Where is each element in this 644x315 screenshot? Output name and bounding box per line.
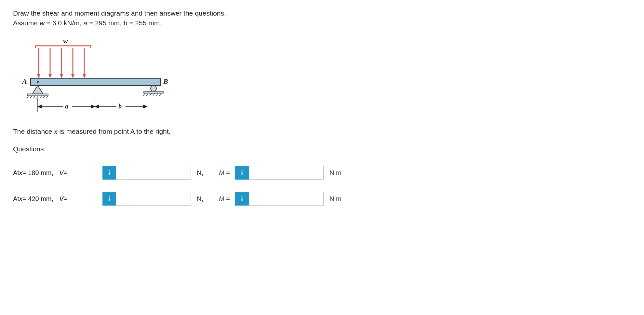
q2-v-input[interactable] (116, 192, 191, 206)
note-suffix: is measured from point A to the right. (59, 128, 170, 135)
svg-line-23 (150, 93, 152, 96)
q1-m-input-group: i (235, 166, 324, 180)
q1-v-eq: = (63, 169, 67, 177)
q1-v-var: V (59, 169, 63, 177)
label-b: B (163, 77, 168, 85)
q1-prefix: At (13, 169, 19, 177)
question-row-1: At x = 180 mm, V = i N, M = i N·m (13, 166, 631, 180)
q2-v-input-group: i (102, 192, 191, 206)
svg-marker-7 (60, 74, 63, 78)
q2-m-label: M = (219, 195, 230, 203)
svg-line-16 (40, 96, 42, 98)
q1-m-input[interactable] (249, 166, 324, 180)
svg-marker-10 (33, 85, 43, 94)
q2-v-var: V (59, 195, 63, 203)
info-icon[interactable]: i (235, 166, 249, 180)
svg-line-14 (33, 96, 35, 98)
a-value: = 295 mm, (89, 19, 124, 27)
info-icon[interactable]: i (102, 166, 116, 180)
beam-figure: w A B (18, 37, 631, 118)
svg-line-24 (153, 93, 155, 96)
q1-m-var: M (219, 169, 224, 176)
q1-x-val: = 180 mm, (22, 169, 53, 177)
b-variable: b (124, 19, 127, 27)
q2-x-val: = 420 mm, (22, 195, 53, 203)
svg-marker-9 (83, 74, 86, 78)
questions-heading: Questions: (13, 145, 631, 153)
w-variable: w (40, 19, 45, 27)
beam-svg: w A B (18, 37, 170, 118)
b-value: = 255 mm. (129, 19, 162, 27)
dim-label-b: b (118, 103, 122, 110)
q1-v-input-group: i (102, 166, 191, 180)
svg-line-21 (143, 93, 145, 96)
q2-unit-nm: N·m (329, 195, 342, 203)
question-row-2: At x = 420 mm, V = i N, M = i N·m (13, 192, 631, 206)
beam-body (31, 78, 161, 85)
q1-label: At x = 180 mm, V = (13, 169, 102, 177)
q2-m-input-group: i (235, 192, 324, 206)
q1-m-label: M = (219, 169, 230, 177)
svg-line-15 (36, 96, 38, 98)
svg-line-25 (156, 93, 158, 96)
support-b (143, 85, 163, 96)
svg-marker-8 (71, 74, 74, 78)
svg-point-19 (151, 85, 156, 91)
assume-prefix: Assume (13, 19, 40, 27)
intro-line-2: Assume w = 6.0 kN/m, a = 295 mm, b = 255… (13, 19, 631, 27)
note-line: The distance x is measured from point A … (13, 128, 631, 135)
q2-v-eq: = (63, 195, 67, 203)
distributed-load (35, 46, 91, 76)
intro-line-1: Draw the shear and moment diagrams and t… (13, 9, 631, 17)
svg-marker-34 (95, 105, 99, 108)
note-prefix: The distance (13, 128, 54, 135)
top-divider (13, 0, 631, 0)
q1-x-var: x (19, 169, 22, 177)
svg-line-13 (30, 96, 32, 98)
svg-line-12 (27, 96, 29, 98)
q2-m-eq: = (226, 195, 230, 202)
svg-line-22 (146, 93, 148, 96)
q1-m-eq: = (226, 169, 230, 176)
svg-marker-31 (38, 105, 42, 108)
q2-x-var: x (19, 195, 22, 203)
load-label-w: w (63, 37, 68, 45)
support-a (27, 85, 48, 98)
svg-marker-35 (143, 105, 147, 108)
q2-label: At x = 420 mm, V = (13, 195, 102, 203)
dimension-lines (38, 96, 147, 112)
q2-m-var: M (219, 195, 224, 202)
svg-rect-20 (144, 91, 163, 93)
info-icon[interactable]: i (102, 192, 116, 206)
w-value: = 6.0 kN/m, (47, 19, 84, 27)
svg-line-26 (159, 93, 161, 96)
svg-line-17 (43, 96, 45, 98)
dim-label-a: a (65, 103, 68, 110)
svg-line-18 (46, 96, 48, 98)
q2-m-input[interactable] (249, 192, 324, 206)
svg-rect-11 (27, 94, 48, 96)
q2-unit-n: N, (197, 195, 210, 203)
q2-prefix: At (13, 195, 19, 203)
beam-pin-dot (37, 81, 39, 83)
info-icon[interactable]: i (235, 192, 249, 206)
label-a: A (21, 77, 27, 85)
q1-v-input[interactable] (116, 166, 191, 180)
q1-unit-nm: N·m (329, 169, 342, 177)
load-arrowheads (37, 74, 86, 78)
svg-marker-5 (37, 74, 40, 78)
a-variable: a (84, 19, 87, 27)
svg-marker-6 (48, 74, 52, 78)
x-variable: x (54, 128, 58, 135)
q1-unit-n: N, (197, 169, 210, 177)
